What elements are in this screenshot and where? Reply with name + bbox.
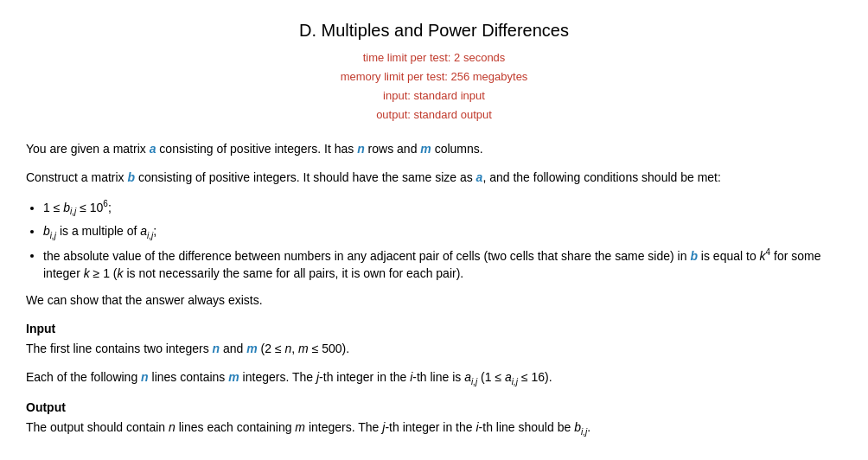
input-section: Input The first line contains two intege… <box>26 320 842 388</box>
show-paragraph: We can show that the answer always exist… <box>26 291 842 310</box>
input-content-2: Each of the following n lines contains m… <box>26 368 842 388</box>
n-ref: n <box>357 142 365 156</box>
output-type: output: standard output <box>26 105 842 125</box>
meta-info: time limit per test: 2 seconds memory li… <box>26 48 842 125</box>
condition-1: 1 ≤ bi,j ≤ 106; <box>43 197 842 218</box>
m-ref: m <box>420 142 431 156</box>
output-content: The output should contain n lines each c… <box>26 418 842 438</box>
condition-3: the absolute value of the difference bet… <box>43 246 842 284</box>
input-title: Input <box>26 320 842 338</box>
output-section: Output The output should contain n lines… <box>26 399 842 438</box>
condition-2: bi,j is a multiple of ai,j; <box>43 222 842 242</box>
matrix-b-ref: b <box>127 170 135 184</box>
input-content-1: The first line contains two integers n a… <box>26 340 842 358</box>
intro-paragraph-1: You are given a matrix a consisting of p… <box>26 140 842 158</box>
intro-paragraph-2: Construct a matrix b consisting of posit… <box>26 169 842 187</box>
matrix-a-ref-2: a <box>476 170 483 184</box>
output-title: Output <box>26 399 842 417</box>
memory-limit: memory limit per test: 256 megabytes <box>26 67 842 86</box>
input-type: input: standard input <box>26 86 842 105</box>
conditions-list: 1 ≤ bi,j ≤ 106; bi,j is a multiple of ai… <box>43 197 842 283</box>
matrix-a-ref: a <box>150 142 156 156</box>
time-limit: time limit per test: 2 seconds <box>26 48 842 67</box>
page-title: D. Multiples and Power Differences <box>26 17 842 43</box>
